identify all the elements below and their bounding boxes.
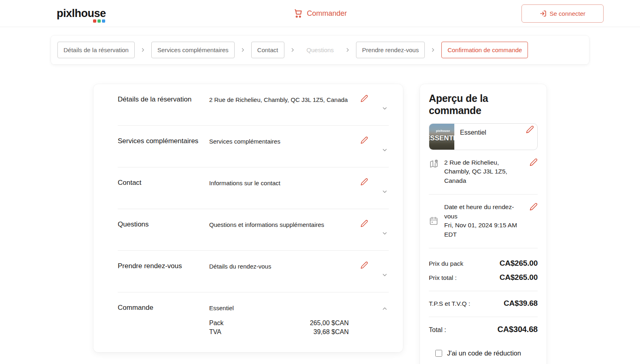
edit-pencil-icon[interactable] bbox=[360, 261, 368, 269]
appointment-datetime: Fri, Nov 01, 2024 9:15 AM EDT bbox=[444, 221, 524, 239]
section-subtitle: Essentiel bbox=[209, 303, 359, 312]
detail-value: 265,00 $CAN bbox=[310, 319, 349, 328]
tax-value: CA$39.68 bbox=[504, 299, 538, 308]
divider bbox=[429, 248, 538, 248]
section-subtitle: Détails du rendez-vous bbox=[209, 261, 359, 282]
tax-line: T.P.S et T.V.Q : CA$39.68 bbox=[429, 299, 538, 308]
commander-label: Commander bbox=[307, 9, 347, 18]
price-label: Prix total : bbox=[429, 274, 457, 281]
thumb-brand-text: pixlhouse bbox=[432, 129, 454, 132]
order-summary-panel: Aperçu de la commande pixlhouse ESSENTIE… bbox=[420, 84, 547, 364]
package-thumbnail: pixlhouse ESSENTIEL bbox=[429, 124, 454, 150]
discount-code-label: J'ai un code de réduction bbox=[447, 349, 521, 357]
step-services-complementaires[interactable]: Services complémentaires bbox=[151, 42, 235, 58]
section-title: Services complémentaires bbox=[118, 136, 209, 157]
step-prendre-rendez-vous[interactable]: Prendre rendez-vous bbox=[356, 42, 425, 58]
summary-address: 2 Rue de Richelieu, Chambly, QC J3L 1Z5,… bbox=[444, 158, 524, 185]
detail-line-tva: TVA 39,68 $CAN bbox=[209, 328, 349, 336]
edit-pencil-icon[interactable] bbox=[530, 158, 538, 166]
chevron-right-icon bbox=[240, 47, 246, 53]
map-pin-icon bbox=[429, 158, 444, 185]
detail-value: 39,68 $CAN bbox=[314, 328, 349, 336]
login-arrow-icon bbox=[540, 10, 547, 17]
section-title: Commande bbox=[118, 303, 209, 337]
chevron-up-icon[interactable] bbox=[381, 305, 388, 312]
price-value: CA$265.00 bbox=[500, 259, 538, 268]
thumb-overlay-text: ESSENTIEL bbox=[429, 134, 454, 142]
discount-code-row[interactable]: J'ai un code de réduction bbox=[429, 349, 538, 357]
section-subtitle: 2 Rue de Richelieu, Chambly, QC J3L 1Z5,… bbox=[209, 95, 359, 116]
tax-label: T.P.S et T.V.Q : bbox=[429, 300, 470, 307]
section-questions[interactable]: Questions Questions et informations supp… bbox=[118, 209, 389, 251]
order-summary-title: Aperçu de la commande bbox=[429, 92, 538, 116]
appointment-row: Date et heure du rendez-vous Fri, Nov 01… bbox=[429, 203, 538, 239]
section-subtitle: Informations sur le contact bbox=[209, 178, 359, 199]
pixlhouse-logo[interactable]: pixlhouse bbox=[57, 7, 106, 20]
section-prendre-rendez-vous[interactable]: Prendre rendez-vous Détails du rendez-vo… bbox=[118, 251, 389, 292]
total-value: CA$304.68 bbox=[498, 325, 538, 334]
checkout-stepper: Détails de la réservation Services compl… bbox=[51, 36, 589, 64]
package-name: Essentiel bbox=[454, 129, 486, 136]
login-button[interactable]: Se connecter bbox=[521, 4, 604, 23]
edit-pencil-icon[interactable] bbox=[360, 95, 368, 102]
calendar-icon bbox=[429, 216, 444, 226]
step-questions: Questions bbox=[301, 42, 340, 58]
login-label: Se connecter bbox=[550, 10, 585, 17]
main-content: Détails de la réservation 2 Rue de Riche… bbox=[93, 84, 547, 364]
chevron-down-icon[interactable] bbox=[381, 147, 388, 153]
section-title: Prendre rendez-vous bbox=[118, 261, 209, 282]
section-title: Questions bbox=[118, 220, 209, 241]
chevron-right-icon bbox=[430, 47, 436, 53]
step-details-reservation[interactable]: Détails de la réservation bbox=[57, 42, 135, 58]
section-contact[interactable]: Contact Informations sur le contact bbox=[118, 167, 389, 209]
divider bbox=[429, 194, 538, 195]
section-title: Détails de la réservation bbox=[118, 95, 209, 116]
price-label: Prix du pack bbox=[429, 260, 463, 267]
section-subtitle: Services complémentaires bbox=[209, 136, 359, 157]
edit-pencil-icon[interactable] bbox=[360, 220, 368, 227]
price-line-total-partiel: Prix total : CA$265.00 bbox=[429, 273, 538, 282]
detail-label: TVA bbox=[209, 328, 221, 336]
logo-dots-icon bbox=[93, 19, 105, 23]
step-contact[interactable]: Contact bbox=[251, 42, 284, 58]
section-title: Contact bbox=[118, 178, 209, 199]
section-subtitle: Questions et informations supplémentaire… bbox=[209, 220, 359, 241]
discount-code-checkbox[interactable] bbox=[435, 350, 442, 357]
package-card: pixlhouse ESSENTIEL Essentiel bbox=[429, 123, 538, 150]
edit-pencil-icon[interactable] bbox=[360, 178, 368, 186]
chevron-right-icon bbox=[290, 47, 296, 53]
logo-text: pixlhouse bbox=[57, 7, 106, 19]
section-services-complementaires[interactable]: Services complémentaires Services complé… bbox=[118, 126, 389, 167]
section-commande[interactable]: Commande Essentiel Pack 265,00 $CAN TVA … bbox=[118, 292, 389, 347]
edit-pencil-icon[interactable] bbox=[530, 203, 538, 211]
chevron-right-icon bbox=[140, 47, 146, 53]
edit-pencil-icon[interactable] bbox=[526, 125, 534, 133]
order-sections-panel: Détails de la réservation 2 Rue de Riche… bbox=[93, 84, 403, 352]
price-line-pack: Prix du pack CA$265.00 bbox=[429, 259, 538, 268]
chevron-right-icon bbox=[345, 47, 351, 53]
cart-icon bbox=[293, 8, 303, 18]
pricing-block: Prix du pack CA$265.00 Prix total : CA$2… bbox=[429, 259, 538, 282]
price-value: CA$265.00 bbox=[500, 273, 538, 282]
divider bbox=[429, 317, 538, 317]
chevron-down-icon[interactable] bbox=[381, 272, 388, 278]
chevron-down-icon[interactable] bbox=[381, 188, 388, 195]
detail-line-pack: Pack 265,00 $CAN bbox=[209, 319, 349, 328]
total-label: Total : bbox=[429, 326, 446, 334]
commande-detail: Pack 265,00 $CAN TVA 39,68 $CAN bbox=[209, 319, 359, 337]
chevron-down-icon[interactable] bbox=[381, 105, 388, 112]
divider bbox=[429, 291, 538, 291]
detail-label: Pack bbox=[209, 319, 224, 328]
section-details-reservation[interactable]: Détails de la réservation 2 Rue de Riche… bbox=[118, 84, 389, 126]
appointment-label: Date et heure du rendez-vous bbox=[444, 203, 524, 221]
top-header: pixlhouse Commander Se connecter bbox=[0, 0, 640, 27]
step-confirmation-commande[interactable]: Confirmation de commande bbox=[441, 42, 528, 58]
total-line: Total : CA$304.68 bbox=[429, 325, 538, 334]
chevron-down-icon[interactable] bbox=[381, 230, 388, 237]
address-row: 2 Rue de Richelieu, Chambly, QC J3L 1Z5,… bbox=[429, 158, 538, 185]
edit-pencil-icon[interactable] bbox=[360, 136, 368, 144]
commander-nav-link[interactable]: Commander bbox=[293, 8, 347, 18]
